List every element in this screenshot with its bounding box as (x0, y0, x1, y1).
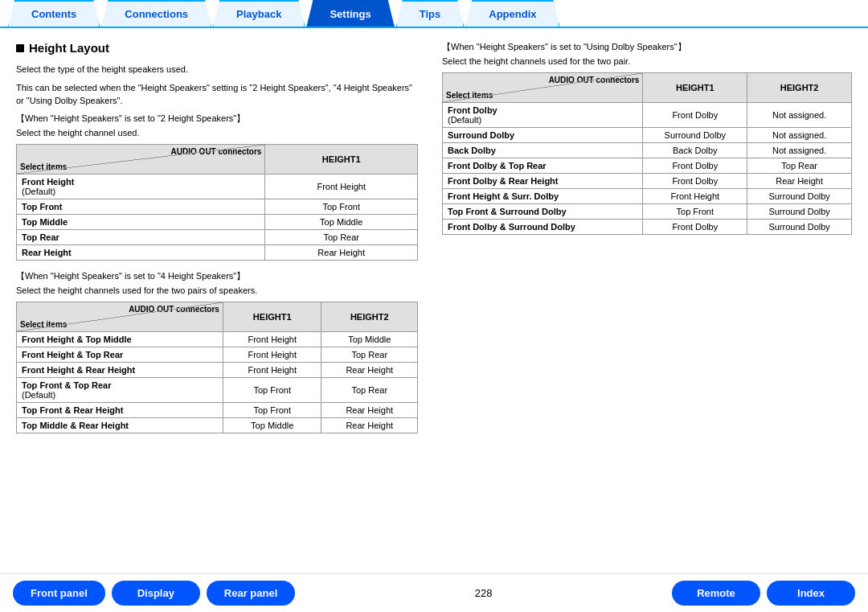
section3-note: 【When "Height Speakers" is set to "Using… (442, 41, 852, 53)
section3-sub: Select the height channels used for the … (442, 56, 852, 66)
table-cell-item: Front Dolby & Top Rear (443, 158, 643, 174)
index-button[interactable]: Index (767, 581, 855, 606)
bottom-nav-right: Remote Index (672, 581, 855, 606)
table-cell-h2: Not assigned. (747, 103, 852, 128)
table3-h1-header: HEIGHT1 (643, 73, 747, 103)
table-cell-h1: Back Dolby (643, 143, 747, 158)
table-row: Front Height(Default)Front Height (17, 174, 418, 199)
table-cell-h2: Surround Dolby (747, 220, 852, 235)
table-cell-item: Top Front & Surround Dolby (443, 204, 643, 220)
table-cell-item: Top Front & Top Rear(Default) (17, 377, 223, 402)
table3-diag-header: AUDIO OUT connectors Select items (443, 73, 643, 103)
table-cell-item: Front Dolby(Default) (443, 103, 643, 128)
table-cell-h2: Not assigned. (747, 128, 852, 143)
table-cell-h1: Front Dolby (643, 220, 747, 235)
table-row: Top MiddleTop Middle (17, 214, 418, 229)
table-cell-h1: Front Height (265, 174, 418, 199)
rear-panel-button[interactable]: Rear panel (207, 581, 295, 606)
table-row: Front Height & Top RearFront HeightTop R… (17, 347, 418, 362)
section2-note: 【When "Height Speakers" is set to "4 Hei… (16, 270, 418, 282)
table-cell-h2: Top Rear (321, 377, 418, 402)
section1-note: 【When "Height Speakers" is set to "2 Hei… (16, 113, 418, 125)
table-cell-h1: Front Height (643, 189, 747, 204)
tab-settings[interactable]: Settings (306, 0, 394, 27)
table-cell-h2: Top Rear (321, 347, 418, 362)
table3-container: AUDIO OUT connectors Select items HEIGHT… (442, 72, 852, 235)
table3: AUDIO OUT connectors Select items HEIGHT… (442, 72, 852, 235)
table-row: Front Dolby & Top RearFront DolbyTop Rea… (443, 158, 852, 174)
table-cell-item: Rear Height (17, 244, 265, 260)
table-row: Top FrontTop Front (17, 199, 418, 214)
table-cell-h2: Rear Height (747, 174, 852, 189)
tab-connections[interactable]: Connections (101, 0, 211, 27)
intro-text-2: This can be selected when the "Height Sp… (16, 81, 418, 108)
table-cell-item: Top Front & Rear Height (17, 402, 223, 417)
table2-diag-header: AUDIO OUT connectors Select items (17, 302, 223, 331)
table-cell-h2: Top Middle (321, 331, 418, 347)
table-cell-item: Front Height(Default) (17, 174, 265, 199)
table1: AUDIO OUT connectors Select items HEIGHT… (16, 144, 418, 261)
table-cell-h2: Surround Dolby (747, 204, 852, 220)
table-cell-h2: Rear Height (321, 402, 418, 417)
table2-row-header: Select items (20, 320, 67, 329)
table-cell-h1: Top Rear (265, 229, 418, 244)
table-cell-h1: Top Middle (265, 214, 418, 229)
table2-h2-header: HEIGHT2 (321, 302, 418, 331)
table1-container: AUDIO OUT connectors Select items HEIGHT… (16, 144, 418, 261)
table-cell-item: Front Height & Rear Height (17, 362, 223, 377)
table1-col-header: AUDIO OUT connectors (171, 147, 262, 156)
table-row: Front Height & Rear HeightFront HeightRe… (17, 362, 418, 377)
table-cell-h1: Front Height (223, 331, 321, 347)
table3-col-header: AUDIO OUT connectors (549, 76, 640, 84)
tab-playback[interactable]: Playback (213, 0, 305, 27)
tab-tips[interactable]: Tips (396, 0, 465, 27)
table-row: Top Front & Surround DolbyTop FrontSurro… (443, 204, 852, 220)
table-cell-h1: Top Front (223, 402, 321, 417)
section1-sub: Select the height channel used. (16, 128, 418, 138)
table-cell-item: Front Height & Top Rear (17, 347, 223, 362)
remote-button[interactable]: Remote (672, 581, 760, 606)
table-row: Front Dolby & Rear HeightFront DolbyRear… (443, 174, 852, 189)
display-button[interactable]: Display (112, 581, 200, 606)
table-cell-item: Back Dolby (443, 143, 643, 158)
tab-contents[interactable]: Contents (8, 0, 100, 27)
table-cell-h1: Rear Height (265, 244, 418, 260)
table3-h2-header: HEIGHT2 (747, 73, 852, 103)
table2: AUDIO OUT connectors Select items HEIGHT… (16, 302, 418, 433)
table-cell-item: Surround Dolby (443, 128, 643, 143)
tab-appendix[interactable]: Appendix (465, 0, 559, 27)
table-cell-h1: Front Dolby (643, 174, 747, 189)
table-cell-h1: Top Front (223, 377, 321, 402)
table-row: Top Front & Rear HeightTop FrontRear Hei… (17, 402, 418, 417)
table-cell-h1: Front Dolby (643, 158, 747, 174)
table-cell-h2: Top Rear (747, 158, 852, 174)
table-cell-h1: Top Front (265, 199, 418, 214)
table-row: Front Dolby & Surround DolbyFront DolbyS… (443, 220, 852, 235)
table2-col-header: AUDIO OUT connectors (129, 305, 219, 314)
section2-sub: Select the height channels used for the … (16, 285, 418, 295)
table-row: Back DolbyBack DolbyNot assigned. (443, 143, 852, 158)
page-title: Height Layout (16, 41, 418, 55)
table-cell-item: Top Front (17, 199, 265, 214)
front-panel-button[interactable]: Front panel (13, 581, 105, 606)
table-row: Front Height & Surr. DolbyFront HeightSu… (443, 189, 852, 204)
table-cell-h1: Surround Dolby (643, 128, 747, 143)
table2-container: AUDIO OUT connectors Select items HEIGHT… (16, 302, 418, 433)
table-row: Top Front & Top Rear(Default)Top FrontTo… (17, 377, 418, 402)
table-cell-item: Top Middle & Rear Height (17, 417, 223, 433)
intro-text-1: Select the type of the height speakers u… (16, 63, 418, 76)
table-cell-h2: Rear Height (321, 417, 418, 433)
main-content: Height Layout Select the type of the hei… (0, 28, 868, 573)
bottom-nav-left: Front panel Display Rear panel (13, 581, 295, 606)
table3-row-header: Select items (446, 91, 493, 100)
table-row: Rear HeightRear Height (17, 244, 418, 260)
table-row: Top Middle & Rear HeightTop MiddleRear H… (17, 417, 418, 433)
top-navigation: Contents Connections Playback Settings T… (0, 0, 868, 28)
table-row: Front Dolby(Default)Front DolbyNot assig… (443, 103, 852, 128)
right-column: 【When "Height Speakers" is set to "Using… (442, 41, 852, 565)
table-cell-h1: Front Dolby (643, 103, 747, 128)
table-cell-h1: Front Height (223, 362, 321, 377)
table-cell-h1: Front Height (223, 347, 321, 362)
table-row: Top RearTop Rear (17, 229, 418, 244)
table2-h1-header: HEIGHT1 (223, 302, 321, 331)
